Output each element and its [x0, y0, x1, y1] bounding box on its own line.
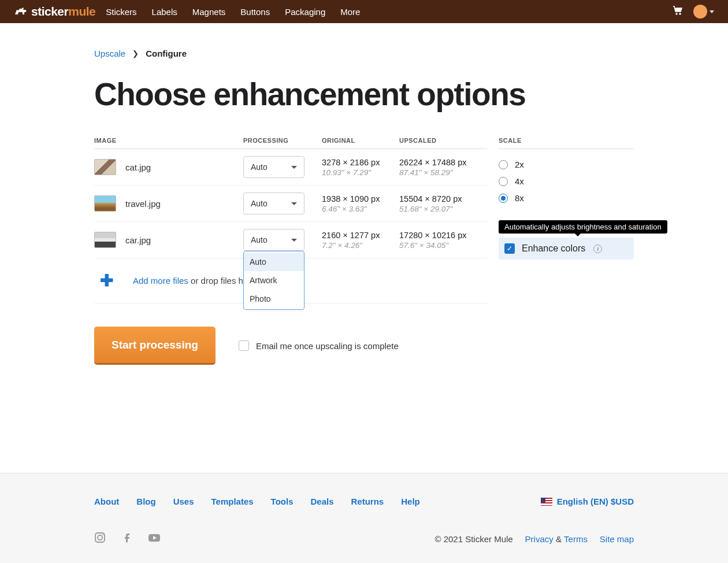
info-icon[interactable]: i	[593, 245, 602, 253]
page-title: Choose enhancement options	[94, 76, 634, 113]
file-name: cat.jpg	[125, 162, 151, 172]
tooltip: Automatically adjusts brightness and sat…	[499, 220, 667, 234]
instagram-icon[interactable]	[94, 532, 106, 546]
plus-icon: ✚	[100, 271, 113, 290]
breadcrumb: Upscale ❯ Configure	[94, 49, 634, 58]
table-header: IMAGE PROCESSING ORIGINAL UPSCALED	[94, 137, 487, 149]
table-row: travel.jpg Auto 1938 × 1090 px 6.46" × 3…	[94, 186, 487, 222]
footer-help[interactable]: Help	[401, 497, 420, 506]
scale-option-4x[interactable]: 4x	[499, 176, 634, 186]
enhance-colors-label: Enhance colors	[522, 243, 585, 254]
processing-select[interactable]: Auto	[243, 192, 304, 214]
col-image: IMAGE	[94, 137, 243, 144]
svg-point-2	[102, 534, 103, 535]
file-name: car.jpg	[125, 235, 151, 245]
original-px: 2160 × 1277 px	[322, 231, 399, 240]
table-row: car.jpg Auto Auto Artwork Photo	[94, 222, 487, 258]
file-name: travel.jpg	[125, 199, 161, 209]
processing-select[interactable]: Auto	[243, 229, 304, 251]
upscaled-in: 51.68" × 29.07"	[399, 205, 487, 213]
radio-unchecked	[499, 177, 508, 186]
nav-packaging[interactable]: Packaging	[285, 7, 325, 17]
footer-returns[interactable]: Returns	[351, 497, 384, 506]
terms-link[interactable]: Terms	[564, 534, 588, 544]
upscaled-px: 26224 × 17488 px	[399, 158, 487, 167]
upscaled-px: 17280 × 10216 px	[399, 231, 487, 240]
cart-icon[interactable]	[673, 6, 683, 17]
email-checkbox-label: Email me once upscaling is complete	[256, 341, 399, 351]
processing-select[interactable]: Auto	[243, 156, 304, 178]
upscaled-in: 57.6" × 34.05"	[399, 241, 487, 250]
dropdown-option-auto[interactable]: Auto	[244, 253, 304, 271]
original-in: 6.46" × 3.63"	[322, 205, 399, 213]
scale-options: 2x 4x 8x	[499, 160, 634, 203]
nav-magnets[interactable]: Magnets	[192, 7, 226, 17]
footer: About Blog Uses Templates Tools Deals Re…	[0, 473, 728, 563]
checkbox-checked[interactable]: ✓	[504, 243, 515, 254]
radio-checked	[499, 194, 508, 203]
radio-unchecked	[499, 160, 508, 169]
email-checkbox-row[interactable]: Email me once upscaling is complete	[239, 340, 399, 351]
svg-point-1	[98, 535, 102, 540]
dropdown-option-photo[interactable]: Photo	[244, 290, 304, 308]
scale-heading: SCALE	[499, 137, 634, 149]
footer-links: About Blog Uses Templates Tools Deals Re…	[94, 497, 420, 506]
flag-icon	[541, 498, 552, 506]
copyright: © 2021 Sticker Mule	[434, 534, 512, 544]
checkbox-unchecked[interactable]	[239, 340, 249, 351]
scale-option-8x[interactable]: 8x	[499, 193, 634, 203]
footer-about[interactable]: About	[94, 497, 119, 506]
upscaled-in: 87.41" × 58.29"	[399, 168, 487, 177]
footer-uses[interactable]: Uses	[173, 497, 194, 506]
dropdown-icon	[291, 166, 297, 169]
original-in: 10.93" × 7.29"	[322, 168, 399, 177]
footer-templates[interactable]: Templates	[211, 497, 254, 506]
nav-buttons[interactable]: Buttons	[240, 7, 270, 17]
scale-option-2x[interactable]: 2x	[499, 160, 634, 169]
thumbnail	[94, 232, 116, 248]
privacy-link[interactable]: Privacy	[525, 534, 554, 544]
add-files-link[interactable]: Add more files	[133, 276, 188, 286]
footer-deals[interactable]: Deals	[311, 497, 334, 506]
facebook-icon[interactable]	[121, 532, 132, 546]
original-in: 7.2" × 4.26"	[322, 241, 399, 250]
account-menu[interactable]	[693, 5, 714, 18]
footer-tools[interactable]: Tools	[271, 497, 294, 506]
breadcrumb-root[interactable]: Upscale	[94, 49, 125, 58]
upscaled-px: 15504 × 8720 px	[399, 194, 487, 203]
nav-more[interactable]: More	[340, 7, 360, 17]
table-row: cat.jpg Auto 3278 × 2186 px 10.93" × 7.2…	[94, 149, 487, 186]
locale-selector[interactable]: English (EN) $USD	[541, 497, 634, 506]
col-upscaled: UPSCALED	[399, 137, 487, 144]
dropdown-option-artwork[interactable]: Artwork	[244, 271, 304, 290]
sitemap-link[interactable]: Site map	[600, 534, 634, 544]
original-px: 1938 × 1090 px	[322, 194, 399, 203]
col-processing: PROCESSING	[243, 137, 322, 144]
enhance-colors-row[interactable]: Automatically adjusts brightness and sat…	[499, 238, 634, 260]
caret-down-icon	[710, 10, 714, 13]
thumbnail	[94, 159, 116, 175]
avatar	[693, 5, 707, 18]
footer-blog[interactable]: Blog	[136, 497, 155, 506]
social-links	[94, 532, 161, 546]
nav-stickers[interactable]: Stickers	[106, 7, 136, 17]
thumbnail	[94, 195, 116, 212]
breadcrumb-current: Configure	[146, 49, 187, 58]
nav-labels[interactable]: Labels	[152, 7, 177, 17]
top-nav: stickermule Stickers Labels Magnets Butt…	[0, 0, 728, 23]
start-processing-button[interactable]: Start processing	[94, 327, 216, 365]
main-nav: Stickers Labels Magnets Buttons Packagin…	[106, 7, 360, 17]
original-px: 3278 × 2186 px	[322, 158, 399, 167]
processing-dropdown: Auto Artwork Photo	[243, 251, 304, 310]
youtube-icon[interactable]	[147, 532, 161, 546]
chevron-right-icon: ❯	[132, 49, 139, 58]
dropdown-icon	[291, 202, 297, 205]
col-original: ORIGINAL	[322, 137, 399, 144]
dropdown-icon	[291, 239, 297, 242]
mule-icon	[14, 6, 28, 17]
logo[interactable]: stickermule	[14, 5, 95, 18]
